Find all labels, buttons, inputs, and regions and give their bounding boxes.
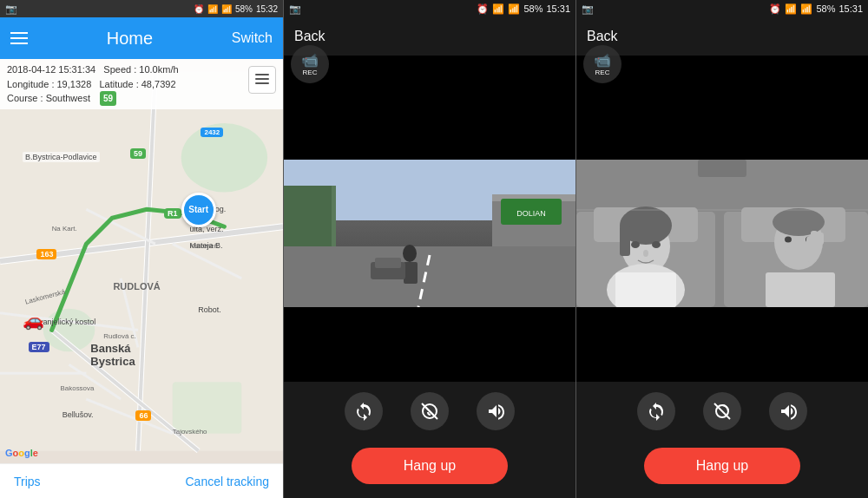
interior-scene-svg <box>576 160 868 307</box>
trips-link[interactable]: Trips <box>14 475 41 488</box>
v1-time: 15:31 <box>546 3 570 14</box>
switch-button[interactable]: Switch <box>232 30 273 46</box>
video-panel-2: 📷 ⏰ 📶 📶 58% 15:31 Back 📹 REC <box>576 0 868 498</box>
alarm-icon: ⏰ <box>194 4 204 14</box>
map-panel: 📷 ⏰ 📶 📶 58% 15:32 Home Switch 2018-04-12… <box>0 0 283 498</box>
cancel-tracking-link[interactable]: Cancel tracking <box>186 475 270 488</box>
battery-text: 58% <box>235 4 253 14</box>
location-row: Longitude : 19,1328 Latitude : 48,7392 <box>7 77 276 92</box>
status-icons: ⏰ 📶 📶 58% 15:32 <box>194 4 278 14</box>
wifi-icon: 📶 <box>207 4 218 14</box>
v2-alarm-icon: ⏰ <box>769 3 781 15</box>
svg-point-58 <box>785 237 792 243</box>
start-label: Start <box>188 205 208 214</box>
svg-rect-62 <box>811 231 818 245</box>
v2-rotate-button[interactable] <box>637 392 675 430</box>
v1-battery: 58% <box>523 3 542 14</box>
svg-text:Tajovského: Tajovského <box>173 428 207 436</box>
svg-text:Na Kart.: Na Kart. <box>52 225 77 233</box>
v2-camera-toggle-button[interactable] <box>703 392 741 430</box>
car-marker: 🚗 <box>23 310 44 331</box>
v2-back-label[interactable]: Back <box>587 29 618 44</box>
rec-label: REC <box>303 69 318 76</box>
rec-camera-icon: 📹 <box>301 52 319 69</box>
status-camera-icon: 📷 <box>5 3 17 15</box>
latitude-text: Latitude : 48,7392 <box>99 79 175 89</box>
v1-hang-up-bar: Hang up <box>284 441 575 498</box>
place-robot: Robot. <box>198 305 221 314</box>
v2-hang-up-bar: Hang up <box>576 441 868 498</box>
place-mateja-b: Mateja B. <box>189 241 222 250</box>
map-status-bar: 📷 ⏰ 📶 📶 58% 15:32 <box>0 0 283 17</box>
info-bar: 2018-04-12 15:31:34 Speed : 10.0km/h Lon… <box>0 59 283 109</box>
v1-hang-up-button[interactable]: Hang up <box>352 448 509 484</box>
v1-back-label[interactable]: Back <box>294 29 326 44</box>
v1-rotate-button[interactable] <box>345 392 383 430</box>
svg-rect-24 <box>255 74 269 75</box>
volume-icon <box>486 402 505 421</box>
speed-badge: 59 <box>100 91 116 106</box>
svg-rect-63 <box>818 233 824 245</box>
v2-rec-circle[interactable]: 📹 REC <box>583 45 621 83</box>
svg-point-36 <box>403 245 417 262</box>
map-area[interactable]: Laskomerská Tajovského Rudlová c. Na Kar… <box>0 59 283 463</box>
longitude-text: Longitude : 19,1328 <box>7 79 91 89</box>
time-display: 15:32 <box>256 4 278 14</box>
v1-status-icons: ⏰ 📶 📶 58% 15:31 <box>477 3 570 15</box>
v1-cam-icon: 📷 <box>289 3 301 15</box>
place-bb-podlavice: B.Bystrica-Podlavice <box>23 152 100 162</box>
rec-circle[interactable]: 📹 REC <box>291 45 329 83</box>
google-logo: Google <box>5 448 38 458</box>
v1-camera-toggle-button[interactable] <box>411 392 449 430</box>
hamburger-menu[interactable] <box>10 32 28 44</box>
v2-wifi-icon: 📶 <box>785 3 797 15</box>
v2-volume-icon <box>779 402 798 421</box>
v1-black-bottom <box>284 307 575 382</box>
v1-controls <box>284 382 575 441</box>
svg-rect-25 <box>255 78 269 80</box>
app-title: Home <box>107 29 153 49</box>
shield-66: 66 <box>135 410 151 421</box>
svg-rect-64 <box>766 272 835 307</box>
road-scene-svg: DOLIAN <box>284 160 575 307</box>
v2-hang-up-button[interactable]: Hang up <box>644 448 801 484</box>
v2-battery: 58% <box>816 3 835 14</box>
start-marker: Start <box>181 193 216 227</box>
v2-video-feed <box>576 160 868 307</box>
video2-status-bar: 📷 ⏰ 📶 📶 58% 15:31 <box>576 0 868 17</box>
speed-text: Speed : 10.0km/h <box>103 64 178 75</box>
v2-controls <box>576 382 868 441</box>
layers-icon <box>253 71 271 88</box>
map-app-bar: Home Switch <box>0 17 283 59</box>
place-bellusov: Bellušov. <box>62 410 94 419</box>
svg-point-52 <box>652 241 661 248</box>
shield-59: 59 <box>130 148 146 159</box>
course-row: Course : Southwest 59 <box>7 91 276 106</box>
svg-text:Rudlová c.: Rudlová c. <box>103 332 136 340</box>
v1-alarm-icon: ⏰ <box>477 3 489 15</box>
v1-rec-button[interactable]: 📹 REC <box>291 45 329 83</box>
v2-time: 15:31 <box>838 3 863 14</box>
map-bottom-bar: Trips Cancel tracking <box>0 463 283 498</box>
shield-163: 163 <box>36 249 56 259</box>
v1-volume-button[interactable] <box>477 392 515 430</box>
v2-rotate-icon <box>647 402 666 421</box>
v2-camera-off-icon <box>713 402 732 421</box>
v2-black-bottom <box>576 307 868 382</box>
shield-e77: E77 <box>29 342 49 352</box>
place-banska: BanskáBystrica <box>90 342 135 368</box>
svg-rect-29 <box>284 186 332 246</box>
svg-rect-4 <box>173 382 242 434</box>
v2-status-icons: ⏰ 📶 📶 58% 15:31 <box>769 3 863 15</box>
map-layers-button[interactable] <box>248 66 276 94</box>
rotate-icon <box>354 402 373 421</box>
v2-rec-button[interactable]: 📹 REC <box>583 45 621 83</box>
video1-status-bar: 📷 ⏰ 📶 📶 58% 15:31 <box>284 0 575 17</box>
v1-signal-icon: 📶 <box>508 3 520 15</box>
datetime-speed-row: 2018-04-12 15:31:34 Speed : 10.0km/h <box>7 62 276 77</box>
v2-cam-icon: 📷 <box>582 3 594 15</box>
v2-rec-camera-icon: 📹 <box>594 52 611 69</box>
v2-volume-button[interactable] <box>769 392 807 430</box>
place-rudlova: RUDLOVÁ <box>113 281 160 292</box>
camera-off-icon <box>420 402 439 421</box>
